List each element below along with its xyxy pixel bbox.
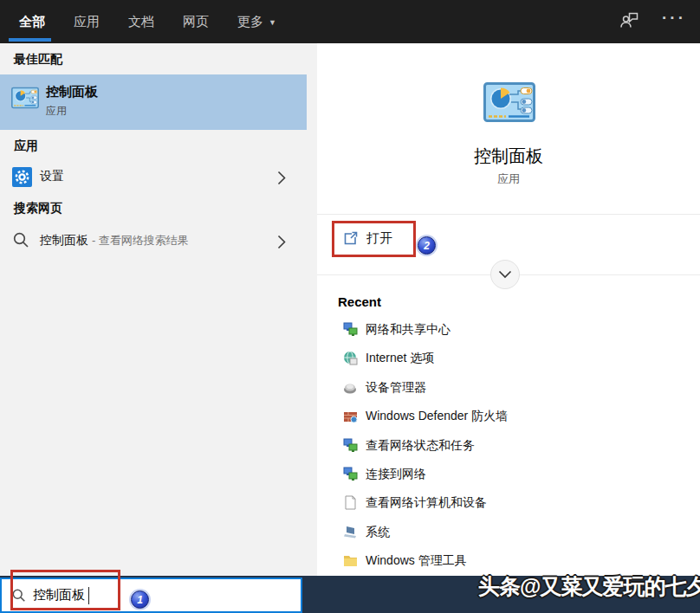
- web-search-result[interactable]: 控制面板 - 查看网络搜索结果: [0, 227, 307, 256]
- recent-item[interactable]: 系统: [317, 519, 700, 547]
- annotation-box-open: [332, 221, 416, 257]
- device-manager-icon: [343, 380, 358, 395]
- gear-icon: [12, 167, 32, 187]
- recent-item-label: 连接到网络: [366, 467, 426, 482]
- annotation-step-2: 2: [418, 236, 436, 255]
- chevron-right-icon: [277, 171, 286, 185]
- tab-apps[interactable]: 应用: [74, 14, 100, 30]
- best-match-subtitle: 应用: [46, 104, 67, 119]
- recent-item-label: 查看网络计算机和设备: [366, 495, 487, 511]
- chevron-down-icon: ▼: [269, 18, 276, 27]
- globe-icon: [343, 351, 358, 365]
- tab-documents[interactable]: 文档: [128, 14, 154, 30]
- search-icon: [12, 231, 29, 248]
- recent-item-label: 查看网络状态和任务: [366, 438, 475, 454]
- best-match-title: 控制面板: [46, 84, 98, 100]
- watermark: 头条@又菜又爱玩的七夕: [478, 572, 700, 601]
- recent-header: Recent: [338, 294, 381, 309]
- recent-item-label: 设备管理器: [366, 380, 426, 396]
- recent-item[interactable]: 查看网络状态和任务: [317, 432, 700, 461]
- firewall-icon: [343, 409, 358, 423]
- recent-item-label: Windows Defender 防火墙: [366, 409, 508, 424]
- folder-icon: [343, 553, 358, 568]
- recent-item[interactable]: Windows Defender 防火墙: [317, 403, 700, 431]
- document-icon: [343, 495, 358, 510]
- recent-item[interactable]: 设备管理器: [317, 374, 700, 403]
- control-panel-icon: [483, 82, 535, 122]
- best-match-header: 最佳匹配: [14, 52, 62, 68]
- tab-web[interactable]: 网页: [183, 14, 209, 30]
- preview-pane: 控制面板 应用 打开 Recent 网络和共享中心 Internet 选项: [317, 43, 700, 576]
- recent-item-label: 系统: [366, 525, 390, 540]
- tab-more[interactable]: 更多▼: [237, 14, 276, 30]
- recent-item-label: Windows 管理工具: [366, 553, 467, 569]
- chevron-right-icon: [277, 235, 286, 249]
- divider: [317, 214, 700, 215]
- annotation-step-1: 1: [131, 590, 149, 609]
- network-icon: [343, 438, 358, 453]
- app-subtitle: 应用: [317, 171, 700, 187]
- settings-result[interactable]: 设置: [0, 163, 307, 192]
- web-search-hint: - 查看网络搜索结果: [92, 234, 189, 247]
- recent-list: 网络和共享中心 Internet 选项 设备管理器 Windows Defend…: [317, 316, 700, 577]
- chevron-down-icon: [498, 270, 512, 279]
- expand-collapse-button[interactable]: [490, 260, 520, 289]
- app-title: 控制面板: [317, 145, 700, 168]
- feedback-icon[interactable]: [619, 10, 639, 34]
- annotation-box-search: [10, 570, 120, 610]
- control-panel-icon: [11, 87, 39, 109]
- web-search-query: 控制面板: [40, 233, 88, 247]
- recent-item[interactable]: 查看网络计算机和设备: [317, 489, 700, 518]
- settings-label: 设置: [40, 169, 64, 184]
- recent-item-label: Internet 选项: [366, 351, 434, 366]
- apps-section-header: 应用: [14, 139, 38, 154]
- network-icon: [343, 322, 358, 337]
- recent-item-label: 网络和共享中心: [366, 322, 450, 338]
- network-icon: [343, 467, 358, 481]
- active-tab-underline: [9, 38, 51, 42]
- search-web-header: 搜索网页: [14, 201, 62, 216]
- recent-item[interactable]: 连接到网络: [317, 461, 700, 489]
- results-pane: 最佳匹配 控制面板 应用 应用: [0, 43, 317, 576]
- best-match-result[interactable]: 控制面板 应用: [0, 74, 307, 130]
- search-filter-tabs: 全部 应用 文档 网页 更多▼: [19, 0, 276, 43]
- more-options-icon[interactable]: ···: [662, 9, 686, 28]
- tab-more-label: 更多: [237, 14, 263, 29]
- system-icon: [343, 525, 358, 539]
- search-header: 全部 应用 文档 网页 更多▼ ···: [0, 0, 700, 43]
- windows-search-screen: 全部 应用 文档 网页 更多▼ ··· 最佳匹配: [0, 0, 700, 613]
- recent-item[interactable]: Internet 选项: [317, 345, 700, 373]
- tab-all[interactable]: 全部: [19, 14, 45, 30]
- recent-item[interactable]: 网络和共享中心: [317, 316, 700, 345]
